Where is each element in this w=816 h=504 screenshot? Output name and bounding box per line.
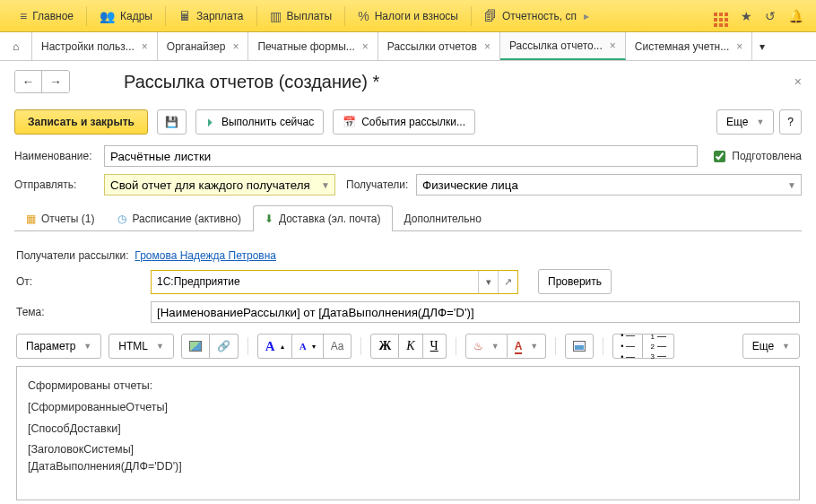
menu-salary[interactable]: 🖩Зарплата (166, 0, 256, 32)
prepared-label: Подготовлена (732, 150, 802, 162)
image-icon (189, 341, 202, 352)
tab-report-mailing-current[interactable]: Рассылка отчето...× (500, 32, 626, 60)
send-mode-select[interactable] (104, 174, 335, 196)
insert-image-button[interactable] (181, 334, 210, 359)
from-dropdown-icon[interactable]: ▾ (478, 271, 498, 293)
insert-link-button[interactable]: 🔗 (210, 334, 239, 359)
body-line: Сформированы отчеты: (28, 376, 788, 397)
editor-more-button[interactable]: Еще▼ (742, 334, 800, 359)
font-dialog-icon: Аа (331, 340, 344, 352)
email-body-editor[interactable]: Сформированы отчеты: [СформированныеОтче… (16, 366, 800, 500)
from-label: От: (16, 275, 151, 288)
close-icon[interactable]: × (484, 40, 490, 53)
textcolor-button[interactable]: А▼ (508, 334, 547, 359)
check-button[interactable]: Проверить (538, 269, 612, 294)
prepared-checkbox[interactable] (714, 151, 725, 162)
floppy-icon: 💾 (165, 116, 178, 128)
name-label: Наименование: (14, 150, 104, 162)
subtab-additional[interactable]: Дополнительно (393, 205, 493, 231)
from-field-wrap: ▾ ↗ (151, 270, 518, 294)
close-icon[interactable]: × (232, 40, 239, 53)
number-list-icon (650, 333, 665, 361)
number-list-button[interactable] (643, 334, 673, 359)
mailing-events-button[interactable]: 📅События рассылки... (333, 109, 475, 135)
mailing-recipients-link[interactable]: Громова Надежда Петровна (135, 249, 276, 262)
bullet-list-button[interactable] (612, 334, 643, 359)
from-open-icon[interactable]: ↗ (498, 271, 517, 293)
help-button[interactable]: ? (779, 109, 802, 135)
people-icon: 👥 (100, 9, 115, 23)
font-increase-button[interactable]: А▴ (257, 334, 292, 359)
italic-button[interactable]: К (399, 334, 422, 359)
save-button[interactable]: 💾 (157, 109, 187, 135)
history-icon[interactable]: ↺ (765, 9, 776, 23)
page-title: Рассылка отчетов (создание) * (124, 72, 379, 92)
close-icon[interactable]: × (142, 40, 148, 53)
tab-organizer[interactable]: Органайзер× (158, 32, 249, 60)
parameter-button[interactable]: Параметр▼ (16, 334, 101, 359)
tab-user-settings[interactable]: Настройки польз...× (32, 32, 158, 60)
delivery-icon: ⬇ (265, 213, 273, 225)
body-line: [ДатаВыполнения(ДЛФ='DD')] (28, 461, 788, 474)
bell-icon[interactable]: 🔔 (788, 9, 803, 23)
recipients-type-select[interactable] (416, 174, 802, 196)
calculator-icon: 🖩 (178, 9, 191, 23)
font-decrease-button[interactable]: А▾ (292, 334, 324, 359)
document-tabs: ⌂ Настройки польз...× Органайзер× Печатн… (0, 32, 816, 61)
underline-button[interactable]: Ч (423, 334, 447, 359)
page-close-icon[interactable]: × (794, 74, 802, 89)
home-tab[interactable]: ⌂ (0, 32, 32, 60)
more-button[interactable]: Еще▼ (716, 109, 774, 135)
body-line: [ЗаголовокСистемы] (28, 439, 788, 461)
percent-icon: % (358, 9, 369, 23)
subtab-schedule[interactable]: ◷Расписание (активно) (106, 205, 252, 231)
mailing-recipients-label: Получатели рассылки: (16, 249, 135, 262)
menu-hr[interactable]: 👥Кадры (87, 0, 165, 32)
subject-input[interactable] (151, 301, 800, 323)
from-input[interactable] (152, 271, 478, 293)
tab-report-mailings[interactable]: Рассылки отчетов× (378, 32, 500, 60)
home-icon: ⌂ (13, 40, 19, 53)
play-icon: ⏵ (205, 116, 216, 128)
save-and-close-button[interactable]: Записать и закрыть (14, 109, 148, 135)
close-icon[interactable]: × (736, 40, 742, 53)
format-select[interactable]: HTML▼ (109, 334, 174, 359)
textcolor-icon: А (515, 340, 523, 352)
bold-button[interactable]: Ж (370, 334, 399, 359)
star-icon[interactable]: ★ (741, 9, 752, 23)
apps-grid-icon[interactable] (714, 4, 728, 27)
document-icon: 🗐 (484, 9, 497, 23)
tab-print-forms[interactable]: Печатные формы...× (248, 32, 378, 60)
run-now-button[interactable]: ⏵Выполнить сейчас (195, 109, 324, 135)
menu-more-caret[interactable]: ▸ (584, 10, 589, 22)
tabs-overflow[interactable]: ▾ (752, 32, 772, 60)
close-icon[interactable]: × (610, 39, 616, 52)
send-label: Отправлять: (14, 178, 104, 191)
action-toolbar: Записать и закрыть 💾 ⏵Выполнить сейчас 📅… (14, 109, 802, 135)
forward-button[interactable]: → (42, 71, 69, 92)
clock-icon: ◷ (117, 213, 126, 225)
calendar-icon: 📅 (343, 116, 356, 128)
insert-picture-button[interactable] (565, 334, 594, 359)
menu-payments[interactable]: ▥Выплаты (257, 0, 345, 32)
body-line: [СформированныеОтчеты] (28, 397, 788, 419)
close-icon[interactable]: × (362, 40, 369, 53)
link-icon: 🔗 (217, 340, 230, 352)
tab-system-account[interactable]: Системная учетн...× (626, 32, 752, 60)
subject-label: Тема: (16, 306, 151, 318)
name-input[interactable] (104, 145, 698, 167)
main-menu-bar: ≡Главное 👥Кадры 🖩Зарплата ▥Выплаты %Нало… (0, 0, 816, 32)
font-dialog-button[interactable]: Аа (324, 334, 352, 359)
back-button[interactable]: ← (15, 71, 42, 92)
recipients-label: Получатели: (346, 178, 416, 191)
detail-tabs: ▦Отчеты (1) ◷Расписание (активно) ⬇Доста… (14, 204, 802, 231)
picture-icon (573, 341, 586, 352)
menu-reporting[interactable]: 🗐Отчетность, сп (472, 0, 589, 32)
bgcolor-button[interactable]: ♨▼ (465, 334, 508, 359)
subtab-delivery[interactable]: ⬇Доставка (эл. почта) (253, 205, 393, 231)
report-icon: ▦ (26, 213, 36, 225)
subtab-reports[interactable]: ▦Отчеты (1) (14, 205, 106, 231)
editor-toolbar: Параметр▼ HTML▼ 🔗 А▴ А▾ Аа Ж К Ч ♨▼ А▼ (16, 334, 800, 359)
menu-taxes[interactable]: %Налоги и взносы (345, 0, 471, 32)
menu-main[interactable]: ≡Главное (7, 0, 86, 32)
